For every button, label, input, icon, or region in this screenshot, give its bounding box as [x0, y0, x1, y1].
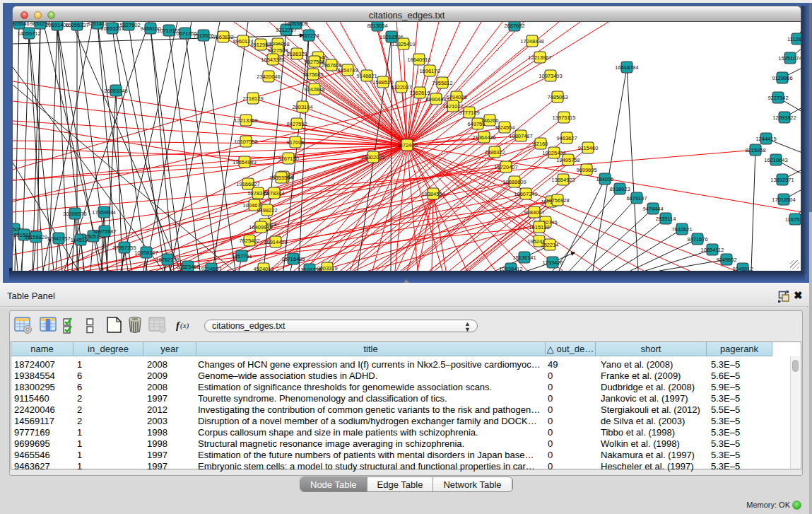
svg-text:3267130: 3267130 [278, 156, 298, 162]
svg-text:12942757: 12942757 [47, 235, 70, 242]
svg-text:26053346: 26053346 [104, 88, 127, 94]
svg-text:9474444: 9474444 [642, 206, 663, 212]
svg-text:16543382: 16543382 [261, 57, 284, 63]
svg-text:6322037: 6322037 [391, 84, 411, 90]
svg-text:1621022: 1621022 [442, 103, 463, 110]
svg-text:16210643: 16210643 [764, 157, 787, 163]
svg-text:17248438: 17248438 [520, 38, 543, 45]
svg-text:23420046: 23420046 [257, 74, 280, 80]
svg-text:7632621: 7632621 [671, 226, 692, 233]
svg-text:5878344: 5878344 [264, 190, 284, 197]
svg-text:19384554: 19384554 [421, 191, 445, 197]
svg-text:7386322: 7386322 [484, 149, 505, 156]
svg-text:9905546: 9905546 [13, 22, 30, 27]
svg-text:13325419: 13325419 [392, 41, 415, 47]
svg-text:16055337: 16055337 [65, 22, 88, 28]
svg-text:15327602: 15327602 [117, 22, 140, 28]
svg-text:8186323: 8186323 [286, 51, 307, 57]
svg-text:9827504: 9827504 [267, 47, 288, 54]
svg-text:10025438: 10025438 [542, 150, 565, 156]
svg-text:7515526: 7515526 [193, 33, 213, 39]
svg-text:16053809: 16053809 [284, 22, 307, 27]
svg-text:9084067: 9084067 [524, 209, 544, 216]
svg-text:1588520: 1588520 [372, 79, 393, 86]
svg-text:16648784: 16648784 [615, 64, 638, 71]
svg-text:1733426: 1733426 [542, 259, 563, 266]
svg-text:62160: 62160 [534, 141, 548, 147]
svg-text:21364436: 21364436 [472, 134, 495, 141]
svg-text:17957255: 17957255 [112, 245, 136, 251]
svg-text:10973493: 10973493 [539, 73, 562, 79]
svg-text:1872400: 1872400 [396, 142, 417, 148]
svg-text:12093822: 12093822 [772, 115, 796, 121]
svg-text:8813054: 8813054 [367, 23, 387, 29]
svg-text:2718129: 2718129 [242, 95, 263, 102]
svg-text:10938412: 10938412 [499, 266, 522, 271]
svg-text:12323468: 12323468 [176, 264, 199, 270]
svg-text:3624554: 3624554 [494, 124, 514, 131]
svg-text:15716485: 15716485 [281, 256, 305, 262]
svg-text:9224507: 9224507 [201, 266, 221, 271]
svg-text:19166827: 19166827 [236, 181, 259, 187]
svg-text:18495758: 18495758 [556, 157, 579, 163]
svg-text:10688609: 10688609 [502, 179, 526, 185]
svg-text:9242848: 9242848 [304, 86, 324, 93]
svg-text:15720407: 15720407 [494, 164, 517, 170]
svg-text:10654112: 10654112 [701, 247, 724, 253]
svg-text:8454749: 8454749 [337, 67, 358, 74]
svg-text:9463627: 9463627 [556, 135, 577, 141]
svg-text:13654923: 13654923 [551, 177, 575, 183]
svg-text:16914479: 16914479 [264, 239, 287, 245]
svg-text:12213369: 12213369 [234, 117, 257, 124]
svg-text:9777169: 9777169 [459, 110, 479, 116]
svg-text:8938923: 8938923 [609, 186, 630, 192]
svg-text:7485063: 7485063 [547, 94, 567, 100]
svg-text:15751074: 15751074 [778, 55, 801, 62]
svg-text:8471676: 8471676 [687, 236, 707, 243]
svg-text:1244415: 1244415 [755, 136, 776, 142]
svg-text:2935114: 2935114 [656, 216, 676, 222]
svg-text:19654983: 19654983 [233, 159, 256, 165]
svg-text:9146821: 9146821 [356, 73, 377, 79]
svg-text:14055712: 14055712 [17, 30, 40, 37]
svg-text:16782759: 16782759 [155, 257, 179, 263]
svg-text:1112843: 1112843 [787, 36, 801, 42]
svg-text:1362615: 1362615 [409, 90, 430, 96]
svg-text:8427552: 8427552 [286, 121, 307, 127]
svg-text:18607249: 18607249 [514, 191, 537, 197]
svg-text:9003319: 9003319 [317, 265, 337, 271]
svg-text:252214: 252214 [541, 242, 558, 248]
svg-text:5875685: 5875685 [302, 71, 323, 78]
svg-text:164095: 164095 [596, 176, 613, 182]
svg-text:12213967: 12213967 [528, 54, 551, 61]
svg-text:6794028: 6794028 [446, 94, 466, 100]
svg-text:17016504: 17016504 [772, 197, 795, 203]
svg-text:16409949: 16409949 [249, 224, 272, 230]
svg-text:25302035: 25302035 [361, 154, 384, 160]
svg-text:10107552: 10107552 [234, 139, 257, 145]
svg-text:15136141: 15136141 [512, 255, 536, 261]
svg-text:746266: 746266 [481, 117, 498, 124]
svg-text:8215958: 8215958 [745, 147, 765, 153]
svg-text:9227342: 9227342 [767, 95, 788, 101]
svg-text:(x): (x) [180, 321, 189, 330]
svg-text:6679197: 6679197 [626, 195, 647, 201]
svg-text:1696170: 1696170 [419, 68, 440, 74]
svg-text:9498222: 9498222 [257, 207, 277, 214]
svg-text:9115460: 9115460 [578, 145, 599, 151]
svg-text:917006: 917006 [286, 139, 304, 146]
svg-text:9245652: 9245652 [716, 257, 736, 263]
svg-text:11156829: 11156829 [25, 234, 47, 240]
svg-text:7955812: 7955812 [432, 80, 452, 86]
svg-text:9457791: 9457791 [231, 253, 252, 259]
svg-text:2803144: 2803144 [292, 104, 312, 110]
svg-text:10807487: 10807487 [509, 133, 532, 139]
svg-text:1615132: 1615132 [529, 224, 549, 230]
svg-text:1167534: 1167534 [785, 216, 801, 223]
svg-text:2687682: 2687682 [504, 23, 524, 29]
svg-text:13975115: 13975115 [553, 115, 576, 121]
svg-text:7357224: 7357224 [298, 33, 319, 39]
svg-text:10958107: 10958107 [134, 250, 158, 256]
svg-text:4524012: 4524012 [253, 266, 273, 271]
svg-text:7625402: 7625402 [239, 238, 259, 244]
